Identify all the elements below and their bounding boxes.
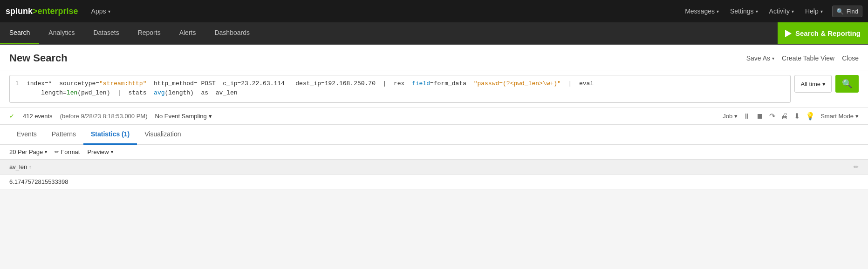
table-row: 6.1747572815533398 <box>0 175 868 189</box>
sec-nav-analytics[interactable]: Analytics <box>39 22 84 44</box>
bulb-icon: 💡 <box>806 112 815 121</box>
time-caret-icon: ▾ <box>822 81 826 87</box>
job-dropdown[interactable]: Job ▾ <box>723 113 738 120</box>
refresh-button[interactable]: ↷ <box>769 112 775 121</box>
column-header-av-len[interactable]: av_len ↕ <box>9 163 854 170</box>
play-icon <box>785 30 792 37</box>
per-page-caret-icon: ▾ <box>45 149 47 155</box>
sec-nav-reports[interactable]: Reports <box>129 22 170 44</box>
print-button[interactable]: 🖨 <box>781 112 788 121</box>
smart-mode-dropdown[interactable]: Smart Mode ▾ <box>820 113 859 120</box>
app-brand: Search & Reporting <box>778 22 868 44</box>
format-button[interactable]: ✏ Format <box>55 148 80 155</box>
search-query-text[interactable]: index=* sourcetype="stream:http" http_me… <box>27 79 785 97</box>
settings-caret-icon: ▾ <box>756 9 758 14</box>
pencil-icon: ✏ <box>55 149 59 155</box>
edit-columns-icon[interactable]: ✏ <box>854 163 859 170</box>
smart-mode-caret-icon: ▾ <box>855 113 859 120</box>
av-len-value: 6.1747572815533398 <box>9 178 68 185</box>
sec-nav-dashboards[interactable]: Dashboards <box>205 22 259 44</box>
nav-apps[interactable]: Apps ▾ <box>86 0 116 22</box>
top-navigation: splunk> enterprise Apps ▾ Messages ▾ Set… <box>0 0 868 22</box>
sec-nav-search[interactable]: Search <box>0 22 39 44</box>
stop-button[interactable]: ⏹ <box>756 112 764 121</box>
table-controls: 20 Per Page ▾ ✏ Format Preview ▾ <box>0 145 868 160</box>
result-tabs: Events Patterns Statistics (1) Visualiza… <box>0 125 868 145</box>
sort-icon: ↕ <box>29 164 31 169</box>
job-caret-icon: ▾ <box>734 113 738 120</box>
query-index: index=* <box>27 80 59 87</box>
status-time-context: (before 9/28/23 8:18:53.000 PM) <box>60 113 148 120</box>
per-page-dropdown[interactable]: 20 Per Page ▾ <box>9 148 47 155</box>
apps-caret-icon: ▾ <box>108 9 110 14</box>
activity-caret-icon: ▾ <box>792 9 794 14</box>
messages-caret-icon: ▾ <box>717 9 719 14</box>
brand-logo[interactable]: splunk> enterprise <box>6 7 78 16</box>
results-table: av_len ↕ ✏ 6.1747572815533398 <box>0 160 868 189</box>
search-input-wrapper[interactable]: 1 index=* sourcetype="stream:http" http_… <box>9 75 791 103</box>
global-search[interactable]: 🔍 Find <box>832 6 862 17</box>
tab-visualization[interactable]: Visualization <box>137 125 188 145</box>
tab-statistics[interactable]: Statistics (1) <box>83 125 137 145</box>
secondary-navigation: Search Analytics Datasets Reports Alerts… <box>0 22 868 45</box>
tab-events[interactable]: Events <box>9 125 44 145</box>
events-count: 412 events <box>23 113 53 120</box>
tab-patterns[interactable]: Patterns <box>44 125 83 145</box>
cell-av-len[interactable]: 6.1747572815533398 <box>9 178 859 185</box>
nav-help[interactable]: Help ▾ <box>800 0 828 22</box>
page-header: New Search Save As ▾ Create Table View C… <box>0 45 868 70</box>
nav-activity[interactable]: Activity ▾ <box>764 0 800 22</box>
preview-dropdown[interactable]: Preview ▾ <box>87 148 113 155</box>
status-actions: Job ▾ ⏸ ⏹ ↷ 🖨 ⬇ 💡 Smart Mode ▾ <box>723 112 859 121</box>
nav-messages[interactable]: Messages ▾ <box>679 0 724 22</box>
search-area: 1 index=* sourcetype="stream:http" http_… <box>0 70 868 108</box>
brand-splunk-text: splunk> <box>6 7 38 16</box>
find-icon: 🔍 <box>836 8 844 15</box>
pause-button[interactable]: ⏸ <box>743 112 751 121</box>
status-bar: ✓ 412 events (before 9/28/23 8:18:53.000… <box>0 108 868 125</box>
save-as-caret-icon: ▾ <box>772 56 774 61</box>
nav-settings[interactable]: Settings ▾ <box>724 0 764 22</box>
help-caret-icon: ▾ <box>820 9 823 14</box>
sec-nav-datasets[interactable]: Datasets <box>84 22 128 44</box>
time-range-picker[interactable]: All time ▾ <box>794 75 832 93</box>
close-button[interactable]: Close <box>842 54 859 62</box>
download-button[interactable]: ⬇ <box>794 112 800 121</box>
sampling-caret-icon: ▾ <box>209 113 212 120</box>
sec-nav-alerts[interactable]: Alerts <box>170 22 205 44</box>
status-check-icon: ✓ <box>9 113 14 120</box>
page-title: New Search <box>9 52 746 64</box>
event-sampling-dropdown[interactable]: No Event Sampling ▾ <box>155 113 212 120</box>
line-number: 1 <box>15 79 23 87</box>
header-actions: Save As ▾ Create Table View Close <box>746 54 859 62</box>
preview-caret-icon: ▾ <box>111 149 113 155</box>
run-search-button[interactable]: 🔍 <box>835 75 859 93</box>
save-as-button[interactable]: Save As ▾ <box>746 54 774 62</box>
create-table-view-button[interactable]: Create Table View <box>782 54 834 62</box>
brand-enterprise-text: enterprise <box>38 7 78 16</box>
table-header: av_len ↕ ✏ <box>0 160 868 175</box>
run-search-icon: 🔍 <box>842 79 852 89</box>
